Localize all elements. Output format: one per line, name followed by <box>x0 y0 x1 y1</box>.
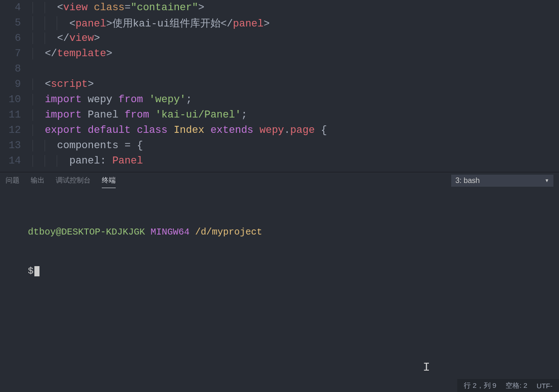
code-line[interactable]: 8 <box>0 61 559 77</box>
panel-tabs: 问题输出调试控制台终端 3: bash ▼ <box>0 172 559 189</box>
code-line[interactable]: 9 <script> <box>0 77 559 92</box>
code-content: export default class Index extends wepy.… <box>33 124 327 136</box>
line-number: 4 <box>0 2 33 13</box>
terminal-select-label: 3: bash <box>455 176 480 185</box>
status-bar: 行 2，列 9 空格: 2 UTF- <box>457 379 559 392</box>
panel-tab[interactable]: 问题 <box>6 173 20 188</box>
line-number: 7 <box>0 48 33 59</box>
terminal[interactable]: dtboy@DESKTOP-KDJKJGK MINGW64 /d/myproje… <box>0 189 559 379</box>
terminal-cursor <box>34 266 39 276</box>
line-number: 14 <box>0 155 33 167</box>
line-number: 5 <box>0 17 33 29</box>
code-line[interactable]: 13 components = { <box>0 138 559 153</box>
line-number: 13 <box>0 140 33 151</box>
text-cursor-icon: I <box>423 360 430 374</box>
terminal-input-line[interactable]: $ <box>6 252 553 291</box>
code-content: <script> <box>33 78 94 90</box>
code-editor[interactable]: 4 <view class="container">5 <panel>使用kai… <box>0 0 559 172</box>
line-number: 12 <box>0 124 33 136</box>
chevron-down-icon: ▼ <box>545 178 549 183</box>
code-line[interactable]: 11 import Panel from 'kai-ui/Panel'; <box>0 107 559 123</box>
line-number: 6 <box>0 33 33 44</box>
code-line[interactable]: 10 import wepy from 'wepy'; <box>0 92 559 107</box>
terminal-dropdown[interactable]: 3: bash ▼ <box>451 175 553 187</box>
code-content: <view class="container"> <box>33 2 204 13</box>
code-line[interactable]: 4 <view class="container"> <box>0 0 559 15</box>
code-content: </template> <box>33 48 112 59</box>
status-indent[interactable]: 空格: 2 <box>506 381 527 390</box>
code-content: <panel>使用kai-ui组件库开始</panel> <box>33 16 270 30</box>
code-content: components = { <box>33 140 143 151</box>
code-line[interactable]: 7 </template> <box>0 46 559 61</box>
terminal-prompt-symbol: $ <box>28 266 33 276</box>
code-line[interactable]: 5 <panel>使用kai-ui组件库开始</panel> <box>0 15 559 31</box>
line-number: 10 <box>0 94 33 105</box>
terminal-path: /d/myproject <box>195 227 262 237</box>
panel-tab[interactable]: 调试控制台 <box>56 173 91 188</box>
line-number: 9 <box>0 78 33 90</box>
line-number: 8 <box>0 63 33 75</box>
panel-tab[interactable]: 输出 <box>31 173 45 188</box>
code-content: import wepy from 'wepy'; <box>33 94 192 105</box>
terminal-user: dtboy@DESKTOP-KDJKJGK <box>28 227 145 237</box>
terminal-env: MINGW64 <box>151 227 190 237</box>
status-position[interactable]: 行 2，列 9 <box>464 381 496 390</box>
code-line[interactable]: 6 </view> <box>0 31 559 46</box>
code-line[interactable]: 12 export default class Index extends we… <box>0 123 559 138</box>
code-content: panel: Panel <box>33 155 143 167</box>
line-number: 11 <box>0 109 33 121</box>
panel-tab[interactable]: 终端 <box>102 173 116 188</box>
code-content: import Panel from 'kai-ui/Panel'; <box>33 109 247 121</box>
terminal-prompt-line: dtboy@DESKTOP-KDJKJGK MINGW64 /d/myproje… <box>6 213 553 252</box>
code-line[interactable]: 14 panel: Panel <box>0 153 559 169</box>
code-content: </view> <box>33 33 100 44</box>
status-encoding[interactable]: UTF- <box>537 382 552 390</box>
